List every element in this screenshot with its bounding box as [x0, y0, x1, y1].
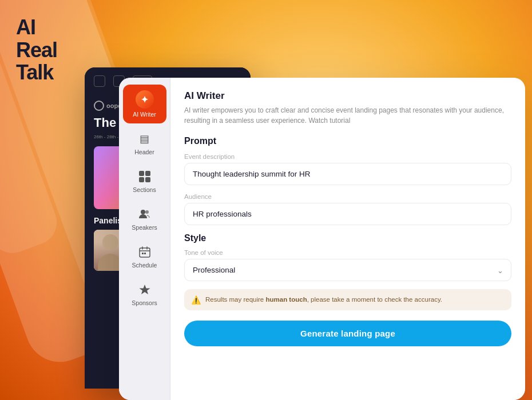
sidebar-label-header: Header	[134, 149, 154, 155]
sponsors-icon	[137, 282, 152, 297]
schedule-icon	[137, 245, 152, 259]
svg-point-5	[145, 210, 149, 214]
content-panel: AI Writer AI writer empowers you to craf…	[170, 78, 525, 400]
event-description-input[interactable]	[184, 163, 511, 185]
warning-icon: ⚠️	[191, 295, 201, 305]
warning-box: ⚠️ Results may require human touch, plea…	[184, 289, 511, 310]
tone-select[interactable]: Professional Casual Formal Friendly	[184, 259, 511, 281]
brand-logo: AI Real Talk	[16, 16, 57, 84]
svg-rect-0	[139, 171, 144, 176]
panel-description: AI writer empowers you to craft clear an…	[184, 105, 511, 126]
tone-select-wrapper: Professional Casual Formal Friendly ⌄	[184, 259, 511, 281]
sidebar-item-sections[interactable]: Sections	[123, 163, 166, 199]
svg-point-4	[141, 210, 145, 214]
sidebar-item-schedule[interactable]: Schedule	[123, 239, 166, 274]
header-icon: ▤	[137, 131, 152, 146]
sidebar-item-header[interactable]: ▤ Header	[123, 126, 166, 161]
sidebar-label-schedule: Schedule	[132, 262, 157, 269]
svg-rect-7	[142, 253, 144, 254]
event-description-label: Event description	[184, 153, 511, 160]
sidebar-item-speakers[interactable]: Speakers	[123, 201, 166, 237]
sidebar-label-speakers: Speakers	[132, 224, 157, 231]
prompt-section-title: Prompt	[184, 136, 511, 146]
main-panel: ✦ AI Writer ▤ Header Sections	[119, 78, 525, 400]
sidebar: ✦ AI Writer ▤ Header Sections	[119, 78, 170, 400]
generate-button[interactable]: Generate landing page	[184, 321, 511, 346]
audience-label: Audience	[184, 193, 511, 200]
sidebar-item-sponsors[interactable]: Sponsors	[123, 277, 166, 312]
ai-writer-icon: ✦	[136, 90, 154, 109]
sidebar-label-sponsors: Sponsors	[132, 299, 157, 306]
sidebar-label-sections: Sections	[133, 186, 156, 193]
phone-icon	[94, 75, 105, 87]
main-container: oopers The future of everything 26th - 2…	[85, 67, 525, 389]
sidebar-item-ai-writer[interactable]: ✦ AI Writer	[123, 85, 166, 123]
panel-title: AI Writer	[184, 90, 511, 102]
sidebar-label-ai-writer: AI Writer	[133, 111, 156, 118]
audience-input[interactable]	[184, 203, 511, 225]
warning-text: Results may require human touch, please …	[205, 295, 442, 305]
svg-rect-3	[145, 177, 150, 182]
svg-rect-1	[145, 171, 150, 176]
speakers-icon	[137, 207, 152, 222]
svg-rect-8	[144, 253, 146, 254]
svg-rect-2	[139, 177, 144, 182]
sections-icon	[137, 169, 152, 184]
tone-label: Tone of voice	[184, 249, 511, 256]
style-section-title: Style	[184, 233, 511, 243]
svg-marker-9	[139, 285, 150, 294]
